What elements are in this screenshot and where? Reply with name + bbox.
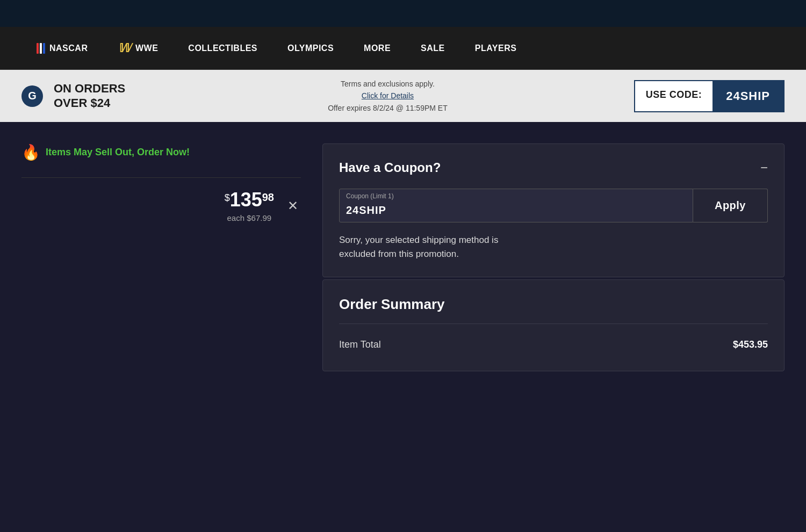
promo-expiry: Offer expires 8/2/24 @ 11:59PM ET — [328, 104, 448, 112]
each-price: each $67.99 — [225, 213, 274, 222]
nav-item-players[interactable]: PLAYERS — [460, 27, 532, 69]
coupon-input-label: Coupon (Limit 1) — [346, 192, 394, 200]
promo-code-value: 24SHIP — [713, 81, 783, 111]
nav-label-more: MORE — [364, 44, 391, 53]
left-column: 🔥 Items May Sell Out, Order Now! $13598 … — [21, 143, 301, 477]
wwe-icon: 𝕎 — [118, 41, 131, 55]
promo-line2: OVER $24 — [54, 96, 125, 110]
summary-row-item-total: Item Total $453.95 — [339, 335, 768, 355]
sell-out-notice: 🔥 Items May Sell Out, Order Now! — [21, 143, 301, 161]
nav-item-sale[interactable]: SALE — [406, 27, 460, 69]
promo-details-link[interactable]: Click for Details — [362, 91, 414, 100]
summary-divider — [339, 323, 768, 324]
apply-coupon-button[interactable]: Apply — [693, 189, 768, 222]
promo-line1: ON ORDERS — [54, 82, 125, 96]
promo-icon: G — [21, 85, 43, 107]
nav-item-wwe[interactable]: 𝕎 WWE — [103, 27, 173, 69]
nav-bar: NASCAR 𝕎 WWE COLLECTIBLES OLYMPICS MORE … — [0, 27, 806, 70]
nav-item-nascar[interactable]: NASCAR — [21, 27, 103, 69]
nav-label-players: PLAYERS — [475, 44, 517, 53]
coupon-input-row: Coupon (Limit 1) Apply — [339, 189, 768, 222]
fire-icon: 🔥 — [21, 143, 40, 161]
nav-item-collectibles[interactable]: COLLECTIBLES — [173, 27, 272, 69]
price-cents: 98 — [262, 191, 274, 203]
top-header — [0, 0, 806, 27]
sell-out-text: Items May Sell Out, Order Now! — [46, 147, 190, 158]
nav-label-olympics: OLYMPICS — [287, 44, 334, 53]
coupon-error-message: Sorry, your selected shipping method ise… — [339, 233, 768, 261]
price-dollar-sign: $ — [225, 192, 230, 203]
promo-terms: Terms and exclusions apply. — [341, 80, 435, 88]
promo-text: ON ORDERS OVER $24 — [54, 82, 125, 110]
item-total-price: $13598 — [225, 189, 274, 211]
main-content: 🔥 Items May Sell Out, Order Now! $13598 … — [0, 122, 806, 498]
nav-item-olympics[interactable]: OLYMPICS — [272, 27, 349, 69]
use-code-label: USE CODE: — [635, 81, 713, 111]
coupon-collapse-button[interactable]: − — [760, 161, 768, 174]
order-summary-title: Order Summary — [339, 296, 768, 313]
nav-item-more[interactable]: MORE — [349, 27, 406, 69]
order-summary-section: Order Summary Item Total $453.95 — [322, 279, 785, 371]
item-total-value: $453.95 — [733, 339, 768, 350]
price-whole: 135 — [230, 189, 262, 211]
coupon-input-wrapper: Coupon (Limit 1) — [339, 189, 693, 222]
item-total-label: Item Total — [339, 339, 381, 350]
nav-label-nascar: NASCAR — [49, 44, 88, 53]
nav-label-wwe: WWE — [135, 44, 158, 53]
remove-item-button[interactable]: ✕ — [285, 196, 301, 216]
promo-code-box: USE CODE: 24SHIP — [634, 80, 785, 112]
promo-banner: G ON ORDERS OVER $24 Terms and exclusion… — [0, 70, 806, 122]
right-column: Have a Coupon? − Coupon (Limit 1) Apply … — [322, 143, 785, 477]
cart-item: $13598 each $67.99 ✕ — [21, 177, 301, 233]
nascar-icon — [37, 43, 45, 54]
item-price-container: $13598 each $67.99 — [225, 189, 274, 222]
nav-label-sale: SALE — [421, 44, 445, 53]
nav-label-collectibles: COLLECTIBLES — [188, 44, 257, 53]
coupon-header: Have a Coupon? − — [339, 160, 768, 175]
coupon-title: Have a Coupon? — [339, 160, 441, 175]
promo-center: Terms and exclusions apply. Click for De… — [152, 78, 623, 114]
coupon-section: Have a Coupon? − Coupon (Limit 1) Apply … — [322, 143, 785, 277]
